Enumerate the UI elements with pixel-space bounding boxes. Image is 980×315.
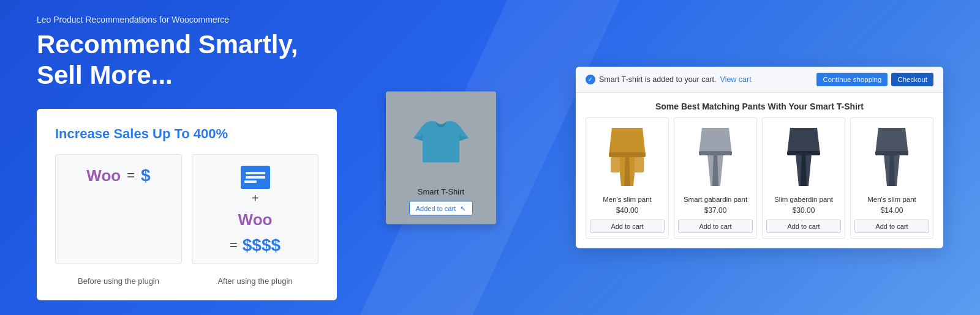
checkout-button[interactable]: Checkout: [891, 73, 933, 86]
panel-title: Some Best Matching Pants With Your Smart…: [576, 93, 943, 117]
before-label: Before using the plugin: [55, 276, 182, 286]
plugin-icon-row: [241, 166, 270, 189]
icon-bar-3: [244, 180, 257, 183]
header-buttons: Continue shopping Checkout: [816, 73, 933, 86]
equals-before: =: [127, 168, 135, 183]
woo-label-after: Woo: [238, 210, 273, 229]
product-item-1: Men's slim pant $40.00 Add to cart: [586, 117, 669, 239]
tshirt-card: Smart T-Shirt Added to cart ↖: [386, 91, 496, 224]
product-image-4: [864, 123, 919, 190]
product-image-3: [776, 123, 831, 190]
product-name-4: Men's slim pant: [867, 195, 916, 204]
dollars-big: $$$$: [243, 235, 281, 255]
continue-shopping-button[interactable]: Continue shopping: [816, 73, 888, 86]
result-row: = $$$$: [230, 235, 281, 255]
products-grid: Men's slim pant $40.00 Add to cart Smart…: [576, 117, 943, 239]
product-image-2: [688, 123, 743, 190]
after-card-col: + Woo = $$$$: [192, 154, 318, 264]
svg-rect-1: [611, 157, 620, 172]
subtitle: Leo Product Recommendations for Woocomme…: [37, 15, 355, 24]
check-circle-icon: ✓: [586, 75, 595, 84]
product-name-3: Slim gaberdin pant: [774, 195, 833, 204]
right-section: Smart T-Shirt Added to cart ↖ ✓ Smart T-…: [355, 67, 943, 248]
svg-rect-4: [787, 151, 820, 155]
card-title: Increase Sales Up To 400%: [55, 126, 318, 142]
add-to-cart-btn-4[interactable]: Add to cart: [854, 220, 929, 233]
add-to-cart-btn-3[interactable]: Add to cart: [766, 220, 841, 233]
woo-plus-row: + Woo: [238, 166, 273, 229]
product-panel: ✓ Smart T-shirt is added to your cart. V…: [576, 67, 943, 248]
product-name-2: Smart gabardin pant: [684, 195, 747, 204]
page-background: Leo Product Recommendations for Woocomme…: [0, 0, 980, 315]
icon-bar-2: [246, 176, 265, 179]
panel-header: ✓ Smart T-shirt is added to your cart. V…: [576, 67, 943, 93]
card-body: Woo = $: [55, 154, 318, 264]
svg-rect-2: [635, 157, 644, 172]
view-cart-link[interactable]: View cart: [720, 75, 752, 84]
equals-after: =: [230, 237, 238, 253]
after-label: After using the plugin: [192, 276, 318, 286]
product-item-4: Men's slim pant $14.00 Add to cart: [850, 117, 933, 239]
product-price-1: $40.00: [616, 206, 639, 215]
product-item-3: Slim gaberdin pant $30.00 Add to cart: [762, 117, 845, 239]
product-name-1: Men's slim pant: [603, 195, 652, 204]
cart-notice: ✓ Smart T-shirt is added to your cart. V…: [586, 75, 752, 84]
plus-symbol: +: [252, 191, 259, 206]
svg-rect-0: [609, 152, 646, 157]
tshirt-image: [401, 101, 481, 180]
card-labels: Before using the plugin After using the …: [55, 276, 318, 286]
product-price-2: $37.00: [704, 206, 727, 215]
add-to-cart-btn-2[interactable]: Add to cart: [678, 220, 753, 233]
main-title: Recommend Smartly, Sell More...: [37, 29, 355, 91]
added-to-cart-button[interactable]: Added to cart ↖: [409, 201, 473, 215]
svg-rect-5: [875, 151, 908, 155]
sales-card: Increase Sales Up To 400% Woo = $: [37, 109, 337, 300]
product-image-1: [600, 123, 655, 190]
tshirt-svg: [404, 104, 478, 177]
product-price-3: $30.00: [793, 206, 815, 215]
left-section: Leo Product Recommendations for Woocomme…: [37, 15, 355, 301]
product-price-4: $14.00: [881, 206, 903, 215]
woo-label-before: Woo: [86, 166, 121, 185]
before-card-col: Woo = $: [55, 154, 182, 264]
product-item-2: Smart gabardin pant $37.00 Add to cart: [674, 117, 757, 239]
cursor-icon: ↖: [460, 204, 466, 212]
dollar-sign: $: [141, 166, 151, 185]
icon-bar-1: [246, 172, 265, 174]
woo-dollar-row: Woo = $: [86, 166, 150, 185]
tshirt-name: Smart T-Shirt: [418, 187, 464, 196]
plugin-icon: [241, 166, 270, 189]
add-to-cart-btn-1[interactable]: Add to cart: [590, 220, 665, 233]
cart-notice-text: Smart T-shirt is added to your cart.: [599, 75, 717, 84]
svg-rect-3: [699, 151, 732, 155]
